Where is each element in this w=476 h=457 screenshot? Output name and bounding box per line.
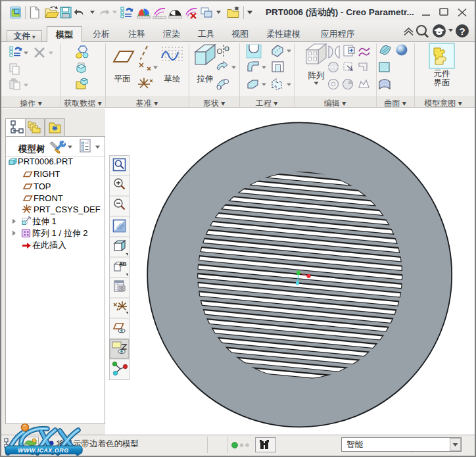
svg-text:草绘: 草绘 <box>164 74 181 84</box>
svg-text:PRT0006.PRT: PRT0006.PRT <box>18 156 73 166</box>
svg-text:TOP: TOP <box>34 181 51 191</box>
svg-text:界面: 界面 <box>434 78 450 87</box>
svg-text:元件: 元件 <box>434 69 451 78</box>
svg-text:平面: 平面 <box>114 74 131 84</box>
svg-text:WWW.ICAX.ORG: WWW.ICAX.ORG <box>18 447 68 454</box>
svg-text:模型树: 模型树 <box>18 144 45 154</box>
svg-text:PRT_CSYS_DEF: PRT_CSYS_DEF <box>34 204 101 214</box>
svg-text:AB: AB <box>119 261 127 267</box>
svg-text:在此插入: 在此插入 <box>32 240 66 250</box>
svg-text:?: ? <box>459 26 465 37</box>
svg-text:FRONT: FRONT <box>34 193 63 203</box>
svg-text:拉伸 1: 拉伸 1 <box>32 216 57 226</box>
svg-text:拉伸: 拉伸 <box>197 74 214 84</box>
svg-text:阵列 1 / 拉伸 2: 阵列 1 / 拉伸 2 <box>32 228 88 238</box>
svg-text:阵列: 阵列 <box>308 71 325 80</box>
svg-text:RIGHT: RIGHT <box>34 169 60 179</box>
svg-text:智能: 智能 <box>346 440 364 449</box>
